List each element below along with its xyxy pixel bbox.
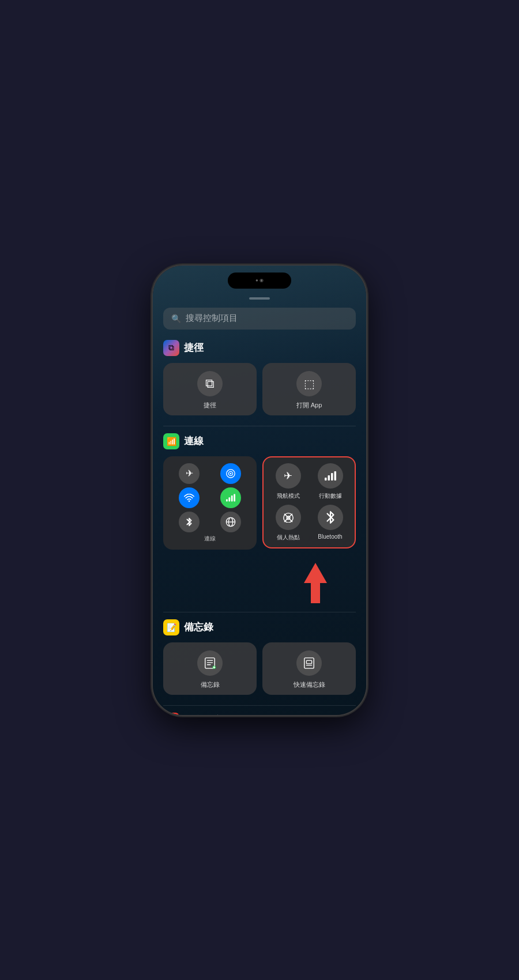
dynamic-island: ● ◉ [228,273,291,289]
shortcuts-section-icon: ⧉ [163,340,179,356]
svg-point-3 [189,500,190,501]
arrow-container [163,560,356,606]
airplane-mode-label: 飛航模式 [277,492,300,500]
cellular-label: 行動數據 [319,492,342,500]
hotspot-label: 個人熱點 [277,533,300,542]
open-app-item[interactable]: ⬚ 打開 App [262,363,356,415]
connectivity-row: ✈ [163,456,356,550]
airplane-mode-icon: ✈ [276,463,301,489]
bluetooth-small-btn [179,512,200,532]
svg-rect-4 [226,499,228,501]
conn-grid: ✈ [170,463,250,532]
airplane-conn-btn: ✈ [179,463,200,484]
airdrop-conn-item[interactable] [212,463,250,484]
bluetooth-small-item[interactable] [170,512,208,532]
divider-2 [163,612,356,612]
bluetooth-item[interactable]: Bluetooth [311,505,349,542]
connectivity-section-icon: 📶 [163,433,179,449]
quick-notes-label: 快速備忘錄 [294,680,325,689]
search-bar[interactable]: 🔍 搜尋控制項目 [163,308,356,330]
shortcuts-header: ⧉ 捷徑 [163,340,356,356]
connectivity-header: 📶 連線 [163,433,356,449]
shortcuts-app-label: 捷徑 [204,401,216,410]
svg-point-2 [230,472,232,474]
cellular-icon [318,463,343,489]
open-app-label: 打開 App [296,401,322,410]
voice-memo-title: 語音備忘錄 [184,714,233,715]
wifi-section-icon: 📶 [167,437,176,446]
notes-app-item[interactable]: 備忘錄 [163,642,257,695]
connectivity-label: 連線 [170,535,250,543]
wifi-conn-item[interactable] [170,487,208,508]
svg-rect-7 [234,494,235,501]
signal-conn-btn [220,487,241,508]
phone-frame: ● ◉ 🔍 搜尋控制項目 ⧉ 捷徑 [153,266,366,715]
globe-conn-item[interactable] [212,512,250,532]
globe-conn-btn [220,512,241,532]
screen-content: 🔍 搜尋控制項目 ⧉ 捷徑 ⧉ 捷徑 [153,266,366,715]
wifi-conn-btn [179,487,200,508]
quick-notes-item[interactable]: 快速備忘錄 [262,642,356,695]
svg-rect-13 [331,473,333,480]
svg-rect-29 [306,660,311,664]
airdrop-conn-btn [220,463,241,484]
quick-notes-icon [296,650,322,676]
connectivity-section: 📶 連線 ✈ [163,433,356,550]
highlight-grid: ✈ 飛航模式 [269,463,349,542]
divider-1 [163,426,356,426]
hotspot-item[interactable]: 個人熱點 [269,505,307,542]
search-placeholder-text: 搜尋控制項目 [186,313,238,324]
bluetooth-icon [318,505,343,530]
voice-memo-section-icon: 🎙 [163,713,179,715]
svg-rect-28 [304,657,314,668]
svg-rect-11 [325,478,327,480]
red-arrow [298,560,333,606]
notes-app-icon [197,650,223,676]
hotspot-icon [276,505,301,530]
airplane-mode-item[interactable]: ✈ 飛航模式 [269,463,307,500]
signal-conn-item[interactable] [212,487,250,508]
shortcuts-title: 捷徑 [184,341,204,354]
notes-section-icon: 📝 [163,619,179,635]
divider-3 [163,705,356,706]
svg-rect-6 [231,495,233,501]
shortcuts-app-icon: ⧉ [197,371,223,396]
voice-memo-section: 🎙 語音備忘錄 [163,713,356,715]
bluetooth-label: Bluetooth [318,533,342,540]
svg-rect-14 [334,471,336,480]
notes-header: 📝 備忘錄 [163,619,356,635]
notes-app-label: 備忘錄 [201,680,220,689]
dynamic-island-content: ● ◉ [255,278,264,283]
airplane-conn-item[interactable]: ✈ [170,463,208,484]
search-icon: 🔍 [171,314,181,323]
notes-title: 備忘錄 [184,620,213,634]
connectivity-title: 連線 [184,434,204,448]
shortcuts-grid: ⧉ 捷徑 ⬚ 打開 App [163,363,356,415]
cellular-item[interactable]: 行動數據 [311,463,349,500]
open-app-icon: ⬚ [296,371,322,396]
shortcuts-app-item[interactable]: ⧉ 捷徑 [163,363,257,415]
highlight-box: ✈ 飛航模式 [262,456,356,548]
notes-section: 📝 備忘錄 [163,619,356,695]
voice-memo-header: 🎙 語音備忘錄 [163,713,356,715]
phone-screen: ● ◉ 🔍 搜尋控制項目 ⧉ 捷徑 [153,266,366,715]
shortcuts-section: ⧉ 捷徑 ⧉ 捷徑 ⬚ [163,340,356,415]
svg-rect-5 [228,497,230,501]
drag-handle [249,297,270,300]
connectivity-block: ✈ [163,456,257,550]
svg-marker-20 [304,563,327,603]
svg-rect-12 [328,475,330,480]
notes-grid: 備忘錄 快速備忘錄 [163,642,356,695]
